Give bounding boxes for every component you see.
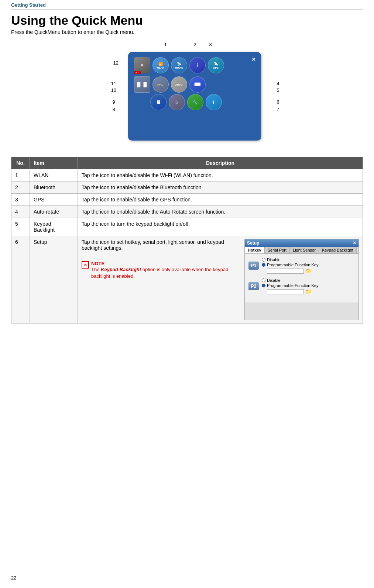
wlan-icon-btn[interactable]: 📶 WLAN [152,57,169,73]
p2-pfk-label: Programmable Function Key [267,283,318,288]
p2-options: Disable Programmable Function Key 📁 [262,278,355,294]
p1-row: P1 Disable Programmable Function Key [248,257,355,274]
row3-no: 3 [11,194,30,206]
diagram-label-7: 7 [277,107,279,112]
row5-item: Keypad Backlight [30,218,78,236]
row6-item: Setup [30,236,78,324]
table-row: 3 GPS Tap the icon to enable/disable the… [11,194,363,206]
table-row: 4 Auto-rotate Tap the icon to enable/dis… [11,206,363,218]
p1-disable-radio[interactable] [262,258,265,262]
keypad-backlight-icon-btn[interactable]: ⌨ [189,76,206,93]
device-frame: ✕ ✦ OFF 📶 WLAN 📡 WWAN [128,52,261,141]
barcode-icon-btn[interactable]: ▐▌▐▌ [134,76,150,93]
icon-row-3: 🖥 ☼ 🔧 i [147,94,258,110]
row1-description: Tap the icon to enable/disable the Wi-Fi… [78,169,363,181]
wwan-icon-btn[interactable]: 📡 WWAN [171,57,187,73]
header-item: Item [30,157,78,169]
brightness-icon-btn[interactable]: ☼ [169,94,185,110]
diagram-label-11: 11 [111,81,116,86]
diagram-label-10: 10 [111,87,116,93]
note-text: The Keypad Backlight option is only avai… [91,267,228,279]
p2-label: P2 [248,282,259,290]
note-box: ✕ NOTE The Keypad Backlight option is on… [82,260,241,280]
diagram-label-5: 5 [277,87,279,93]
icon-row-2: ▐▌▐▌ RFID AUTO ⌨ [131,76,258,93]
tab-serial-port[interactable]: Serial Port [265,247,290,253]
row2-description: Tap the icon to enable/disable the Bluet… [78,181,363,194]
page-number: 22 [11,575,16,581]
page-subtitle: Press the QuickMenu button to enter the … [11,29,363,35]
p2-pfk-radio[interactable] [262,284,265,287]
diagram-label-6: 6 [277,99,279,105]
note-text-part1: The [91,267,101,272]
diagram-label-2: 2 [194,42,196,47]
note-content: NOTE The Keypad Backlight option is only… [91,260,241,280]
row4-description: Tap the icon to enable/disable the Auto-… [78,206,363,218]
p2-pfk-option[interactable]: Programmable Function Key [262,283,355,288]
bluetooth-icon-btn[interactable]: ᛒ [189,57,206,73]
note-icon: ✕ [82,261,89,269]
row3-item: GPS [30,194,78,206]
setup-title: Setup [247,241,259,246]
p1-pfk-radio[interactable] [262,263,265,267]
setup-body: P1 Disable Programmable Function Key [245,254,358,302]
p2-disable-label: Disable [267,278,281,283]
p1-disable-option[interactable]: Disable [262,257,355,262]
diagram-label-8: 8 [113,107,115,112]
row4-item: Auto-rotate [30,206,78,218]
row5-description: Tap the icon to turn the keypad backligh… [78,218,363,236]
p1-options: Disable Programmable Function Key 📁 [262,257,355,274]
row1-no: 1 [11,169,30,181]
diagram-label-9: 9 [113,99,115,105]
diagram-label-4: 4 [277,81,279,86]
gps-icon-btn[interactable]: 🛰 GPS [208,57,224,73]
diagram-label-3: 3 [209,42,212,47]
p2-disable-option[interactable]: Disable [262,278,355,283]
header-description: Description [78,157,363,169]
main-table: No. Item Description 1 WLAN Tap the icon… [11,157,363,324]
icon-row-1: ✦ OFF 📶 WLAN 📡 WWAN ᛒ 🛰 [131,55,258,75]
row5-no: 5 [11,218,30,236]
info-icon-btn[interactable]: i [206,94,222,110]
tab-keypad-backlight[interactable]: Keypad Backlight [319,247,357,253]
breadcrumb: Getting Started [11,0,363,10]
row1-item: WLAN [30,169,78,181]
diagram-wrapper: 1 2 3 12 11 10 9 8 4 5 6 7 ✕ ✦ OFF [84,41,291,148]
network-icon-btn[interactable]: 🖥 [150,94,167,110]
tab-light-sensor[interactable]: Light Sensor [290,247,319,253]
row3-description: Tap the icon to enable/disable the GPS f… [78,194,363,206]
setup-title-bar: Setup ✕ [245,239,358,247]
p1-label: P1 [248,262,259,270]
p2-input[interactable] [267,289,304,294]
row2-no: 2 [11,181,30,194]
row6-main-text: Tap the icon to set hotkey, serial port,… [82,239,241,251]
close-icon[interactable]: ✕ [251,56,256,62]
row6-description: Tap the icon to set hotkey, serial port,… [78,236,363,324]
row6-text-content: Tap the icon to set hotkey, serial port,… [82,239,241,280]
setup-close-icon[interactable]: ✕ [353,241,356,246]
note-bold: Keypad Backlight [101,267,141,272]
diagram-container: 1 2 3 12 11 10 9 8 4 5 6 7 ✕ ✦ OFF [11,41,363,148]
table-header-row: No. Item Description [11,157,363,169]
p2-disable-radio[interactable] [262,279,265,282]
row4-no: 4 [11,206,30,218]
p1-pfk-label: Programmable Function Key [267,263,318,267]
row2-item: Bluetooth [30,181,78,194]
tools-icon-btn[interactable]: 🔧 [187,94,203,110]
folder-icon-p1[interactable]: 📁 [305,268,312,274]
diagram-label-1: 1 [164,42,167,47]
p1-pfk-option[interactable]: Programmable Function Key [262,263,355,267]
off-badge: OFF [134,71,141,74]
folder-icon-p2[interactable]: 📁 [305,288,312,294]
table-row: 6 Setup Tap the icon to set hotkey, seri… [11,236,363,324]
star-icon-btn[interactable]: ✦ OFF [134,57,150,73]
p1-input[interactable] [267,269,304,274]
setup-tabs: Hotkey Serial Port Light Sensor Keypad B… [245,247,358,254]
tab-hotkey[interactable]: Hotkey [245,247,265,253]
row6-no: 6 [11,236,30,324]
header-no: No. [11,157,30,169]
p1-disable-label: Disable [267,257,281,262]
rfid-icon-btn[interactable]: RFID [152,76,169,93]
table-row: 2 Bluetooth Tap the icon to enable/disab… [11,181,363,194]
auto-rotate-icon-btn[interactable]: AUTO [171,76,187,93]
